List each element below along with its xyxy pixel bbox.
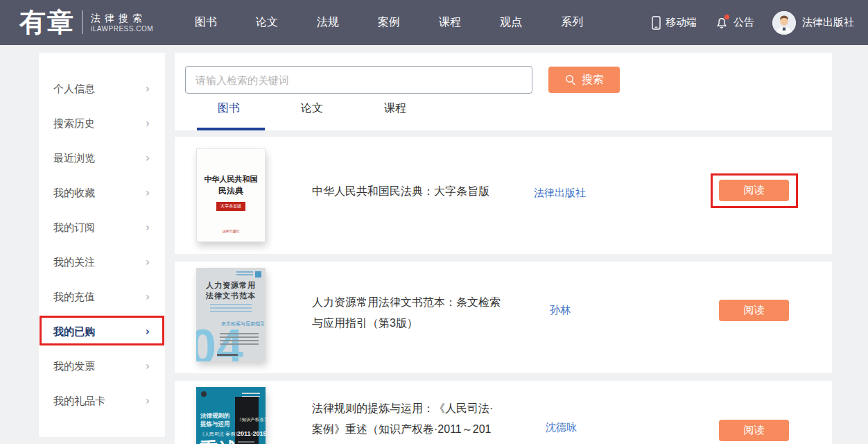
logo-tagline-cn: 法律搜索: [91, 12, 153, 24]
book-title-line1: 人力资源常用法律文书范本：条文检索: [312, 292, 501, 313]
book-title-line2: 案例》重述（知识产权卷·2011～201: [312, 419, 493, 440]
mobile-phone-icon: [652, 16, 661, 30]
book-cover-civil-code[interactable]: 中华人民共和国 民法典 大字条旨版 法律出版社: [196, 148, 266, 242]
search-icon: [564, 74, 577, 86]
account-sidebar: 个人信息 › 搜索历史 › 最近浏览 › 我的收藏 › 我的订阅 › 我的关注 …: [39, 53, 165, 437]
sidebar-item-label: 搜索历史: [53, 117, 95, 130]
cover-years-label: 2011-2015: [237, 430, 266, 437]
content-tabs: 图书 论文 课程: [175, 94, 832, 130]
cover-subtitle: 条文检索与应用指引: [221, 321, 265, 327]
read-button[interactable]: 阅读: [719, 300, 789, 321]
sidebar-item-label: 我的关注: [53, 256, 95, 269]
cover-badge: 大字条旨版: [216, 202, 245, 211]
primary-nav: 图书 论文 法规 案例 课程 观点 系列: [195, 0, 583, 45]
mobile-app-label: 移动端: [666, 16, 697, 29]
nav-link-cases[interactable]: 案例: [378, 15, 400, 30]
sidebar-item-label: 我的礼品卡: [53, 395, 105, 408]
book-title-link[interactable]: 法律规则的提炼与运用：《人民司法· 案例》重述（知识产权卷·2011～201: [312, 398, 493, 440]
cover-title-line: 提炼与运用: [200, 420, 230, 429]
cover-main-word: 重述: [200, 437, 238, 444]
book-row: 人力资源常用 法律文书范本 04 条文检索与应用指引 人力资源常用法律文书范本：…: [175, 262, 832, 373]
nav-link-books[interactable]: 图书: [195, 15, 217, 30]
nav-link-papers[interactable]: 论文: [256, 15, 278, 30]
sidebar-item-label: 最近浏览: [53, 152, 95, 165]
site-logo[interactable]: 有章 法律搜索 iLAWPRESS.COM: [19, 6, 153, 39]
search-button[interactable]: 搜索: [548, 67, 620, 93]
search-button-label: 搜索: [582, 73, 604, 87]
cover-title-line: 法律规则的: [200, 412, 230, 420]
page: 有章 法律搜索 iLAWPRESS.COM 图书 论文 法规 案例 课程 观点 …: [0, 0, 868, 444]
book-byline-link[interactable]: 孙林: [550, 304, 571, 317]
cover-title-line: 民法典: [197, 185, 265, 197]
cover-corner-logo: [201, 391, 207, 397]
book-title-link[interactable]: 中华人民共和国民法典：大字条旨版: [312, 181, 489, 202]
chevron-right-icon: ›: [146, 117, 150, 130]
sidebar-item-search-history[interactable]: 搜索历史 ›: [39, 106, 165, 141]
username: 法律出版社: [802, 16, 854, 29]
chevron-right-icon: ›: [146, 187, 150, 199]
sidebar-item-favorites[interactable]: 我的收藏 ›: [39, 176, 165, 210]
search-input[interactable]: [185, 66, 532, 94]
sidebar-item-following[interactable]: 我的关注 ›: [39, 245, 165, 280]
cover-corner-logo: [236, 271, 261, 278]
sidebar-item-label: 我的充值: [53, 291, 95, 304]
cover-publisher-mark: [217, 354, 238, 356]
cover-title-line: 中华人民共和国: [197, 174, 265, 185]
sidebar-item-invoices[interactable]: 我的发票 ›: [39, 349, 165, 384]
bell-icon: [715, 16, 729, 30]
user-avatar: [772, 11, 796, 35]
sidebar-item-recently-viewed[interactable]: 最近浏览 ›: [39, 141, 165, 176]
read-button[interactable]: 阅读: [719, 420, 789, 441]
chevron-right-icon: ›: [146, 360, 150, 373]
cover-title-line: 人力资源常用 法律文书范本: [196, 280, 266, 301]
sidebar-item-label: 我的已购: [53, 325, 95, 339]
nav-link-opinions[interactable]: 观点: [500, 15, 522, 30]
nav-link-regulations[interactable]: 法规: [317, 15, 339, 30]
chevron-right-icon: ›: [146, 83, 150, 95]
cover-decorative-lines: [242, 393, 260, 397]
cover-publisher-mark: 法律出版社: [197, 229, 265, 233]
book-row: 法律规则的 提炼与运用 《人民司法·案例》 重述 《知识产权卷》 2011-20…: [175, 381, 832, 444]
logo-tagline-en: iLAWPRESS.COM: [91, 24, 153, 33]
announcements-label: 公告: [734, 16, 754, 29]
tab-courses[interactable]: 课程: [384, 101, 406, 116]
cover-decorative-lines: [238, 441, 254, 444]
cover-decorative-lines: [210, 304, 252, 312]
tab-papers[interactable]: 论文: [301, 101, 323, 116]
book-title-link[interactable]: 人力资源常用法律文书范本：条文检索 与应用指引（第3版）: [312, 292, 501, 334]
user-menu[interactable]: 法律出版社: [772, 11, 854, 35]
mobile-app-link[interactable]: 移动端: [652, 16, 697, 30]
sidebar-item-profile[interactable]: 个人信息 ›: [39, 71, 165, 106]
logo-tagline: 法律搜索 iLAWPRESS.COM: [91, 12, 153, 33]
chevron-right-icon: ›: [146, 221, 150, 234]
sidebar-item-label: 个人信息: [53, 83, 95, 96]
read-button[interactable]: 阅读: [719, 180, 789, 201]
book-cover-hr-documents[interactable]: 人力资源常用 法律文书范本 04 条文检索与应用指引: [196, 268, 266, 361]
notification-dot: [724, 15, 729, 19]
book-row: 中华人民共和国 民法典 大字条旨版 法律出版社 中华人民共和国民法典：大字条旨版…: [175, 137, 832, 254]
chevron-right-icon: ›: [146, 325, 150, 338]
logo-text: 有章: [19, 6, 75, 39]
top-navbar: 有章 法律搜索 iLAWPRESS.COM 图书 论文 法规 案例 课程 观点 …: [0, 0, 868, 45]
sidebar-item-label: 我的收藏: [53, 187, 95, 200]
logo-divider: [82, 10, 83, 34]
cover-volume-label: 《知识产权卷》: [237, 416, 266, 422]
nav-link-series[interactable]: 系列: [561, 15, 583, 30]
book-title-line2: 与应用指引（第3版）: [312, 313, 501, 334]
sidebar-item-recharge[interactable]: 我的充值 ›: [39, 280, 165, 314]
book-byline-link[interactable]: 法律出版社: [534, 187, 586, 200]
chevron-right-icon: ›: [146, 256, 150, 268]
sidebar-item-subscriptions[interactable]: 我的订阅 ›: [39, 210, 165, 245]
book-byline-link[interactable]: 沈德咏: [546, 421, 577, 434]
navbar-right: 移动端 公告: [652, 0, 854, 45]
sidebar-item-label: 我的订阅: [53, 221, 95, 234]
announcements-link[interactable]: 公告: [715, 16, 754, 30]
search-panel: 搜索 图书 论文 课程: [175, 53, 832, 130]
sidebar-item-purchased[interactable]: 我的已购 ›: [39, 314, 165, 349]
book-cover-restatement[interactable]: 法律规则的 提炼与运用 《人民司法·案例》 重述 《知识产权卷》 2011-20…: [196, 387, 266, 444]
tab-books[interactable]: 图书: [218, 101, 240, 116]
sidebar-item-label: 我的发票: [53, 360, 95, 373]
nav-link-courses[interactable]: 课程: [439, 15, 461, 30]
sidebar-item-gift-cards[interactable]: 我的礼品卡 ›: [39, 384, 165, 418]
book-title-line1: 中华人民共和国民法典：大字条旨版: [312, 181, 489, 202]
